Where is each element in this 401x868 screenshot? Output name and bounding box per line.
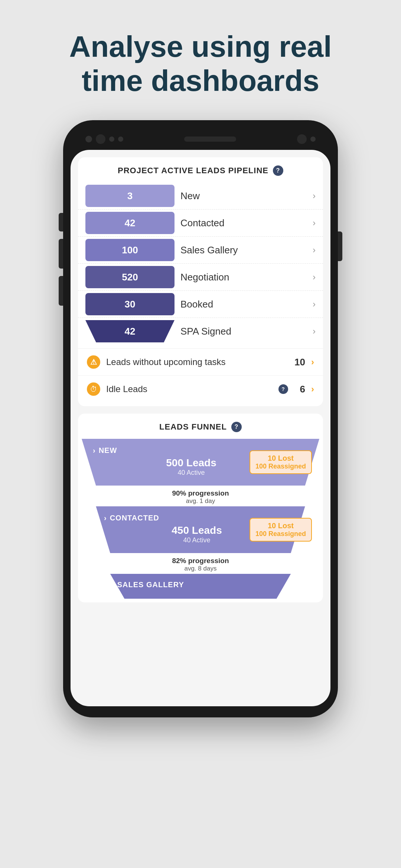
funnel-title: LEADS FUNNEL bbox=[159, 422, 227, 432]
sensor bbox=[310, 137, 316, 142]
chevron-negotiation: › bbox=[313, 272, 316, 282]
funnel-contacted-progression: 82% progression bbox=[78, 557, 323, 565]
funnel-contacted-reassigned: 100 Reassigned bbox=[255, 530, 306, 538]
volume-up-button bbox=[59, 239, 63, 269]
pipeline-label-sales-gallery: Sales Gallery bbox=[180, 244, 307, 256]
selfie-camera bbox=[297, 134, 307, 144]
phone-screen: PROJECT ACTIVE LEADS PIPELINE ? 3 New › … bbox=[71, 150, 330, 706]
idle-leads-help-icon[interactable]: ? bbox=[278, 384, 288, 394]
funnel-stage-contacted: › CONTACTED 450 Leads 40 Active 10 Lost … bbox=[82, 506, 319, 553]
warning-icon: ⚠ bbox=[87, 355, 100, 369]
camera-right bbox=[297, 134, 316, 144]
funnel-help-icon[interactable]: ? bbox=[231, 422, 242, 432]
funnel-card: LEADS FUNNEL ? › NEW 500 Leads 40 Active… bbox=[78, 414, 323, 602]
chevron-booked: › bbox=[313, 299, 316, 309]
pipeline-label-negotiation: Negotiation bbox=[180, 272, 307, 283]
idle-leads-chevron: › bbox=[311, 384, 314, 394]
dot-2 bbox=[109, 137, 114, 142]
chevron-sales-funnel: › bbox=[111, 581, 114, 589]
leads-without-tasks-chevron: › bbox=[311, 357, 314, 367]
dot-3 bbox=[118, 137, 123, 142]
funnel-stage-sales-label: › SALES GALLERY bbox=[111, 581, 290, 589]
chevron-new: › bbox=[313, 191, 316, 201]
funnel-header: LEADS FUNNEL ? bbox=[78, 414, 323, 439]
pipeline-bar-booked: 30 bbox=[85, 293, 175, 315]
chevron-spa-signed: › bbox=[313, 326, 316, 336]
chevron-contacted-funnel: › bbox=[104, 514, 107, 522]
page-title: Analyse using real time dashboards bbox=[40, 0, 362, 120]
pipeline-bar-sales-gallery: 100 bbox=[85, 239, 175, 261]
phone-topbar bbox=[71, 131, 330, 150]
leads-without-tasks-row[interactable]: ⚠ Leads without upcoming tasks 10 › bbox=[78, 348, 323, 376]
pipeline-bar-spa-signed: 42 bbox=[85, 320, 175, 342]
chevron-sales-gallery: › bbox=[313, 245, 316, 255]
pipeline-help-icon[interactable]: ? bbox=[273, 165, 283, 176]
pipeline-label-new: New bbox=[180, 190, 307, 202]
idle-leads-count: 6 bbox=[300, 384, 305, 395]
volume-down-button bbox=[59, 276, 63, 306]
funnel-contacted-progression-row: 82% progression avg. 8 days bbox=[78, 553, 323, 574]
pipeline-bar-new: 3 bbox=[85, 185, 175, 207]
pipeline-header: PROJECT ACTIVE LEADS PIPELINE ? bbox=[78, 157, 323, 183]
funnel-contacted-lost: 10 Lost bbox=[255, 522, 306, 530]
speaker bbox=[184, 137, 236, 142]
dot-1 bbox=[85, 136, 92, 142]
pipeline-row-new[interactable]: 3 New › bbox=[78, 183, 323, 210]
funnel-new-avg: avg. 1 day bbox=[78, 497, 323, 505]
idle-leads-label: Idle Leads bbox=[106, 384, 273, 394]
pipeline-row-spa-signed[interactable]: 42 SPA Signed › bbox=[78, 318, 323, 345]
funnel-new-lost-badge: 10 Lost 100 Reassigned bbox=[250, 450, 312, 474]
pipeline-label-spa-signed: SPA Signed bbox=[180, 326, 307, 337]
power-button bbox=[338, 231, 342, 261]
pipeline-row-contacted[interactable]: 42 Contacted › bbox=[78, 210, 323, 237]
funnel-new-progression-row: 90% progression avg. 1 day bbox=[78, 486, 323, 506]
leads-without-tasks-label: Leads without upcoming tasks bbox=[106, 357, 288, 367]
leads-without-tasks-count: 10 bbox=[294, 356, 305, 368]
pipeline-label-booked: Booked bbox=[180, 299, 307, 310]
funnel-new-reassigned: 100 Reassigned bbox=[255, 463, 306, 470]
pipeline-row-sales-gallery[interactable]: 100 Sales Gallery › bbox=[78, 237, 323, 264]
pipeline-title: PROJECT ACTIVE LEADS PIPELINE bbox=[118, 166, 268, 175]
funnel-new-progression: 90% progression bbox=[78, 489, 323, 497]
chevron-new-funnel: › bbox=[93, 446, 96, 455]
funnel-stage-new: › NEW 500 Leads 40 Active 10 Lost 100 Re… bbox=[82, 439, 319, 486]
idle-leads-row[interactable]: ⏱ Idle Leads ? 6 › bbox=[78, 376, 323, 402]
camera-left bbox=[85, 134, 123, 144]
pipeline-bar-negotiation: 520 bbox=[85, 266, 175, 288]
silent-button bbox=[59, 213, 63, 231]
pipeline-bar-contacted: 42 bbox=[85, 212, 175, 234]
clock-icon: ⏱ bbox=[87, 382, 100, 396]
pipeline-label-contacted: Contacted bbox=[180, 217, 307, 229]
funnel-contacted-lost-badge: 10 Lost 100 Reassigned bbox=[250, 518, 312, 542]
pipeline-card: PROJECT ACTIVE LEADS PIPELINE ? 3 New › … bbox=[78, 157, 323, 406]
front-camera bbox=[96, 134, 105, 144]
funnel-new-lost: 10 Lost bbox=[255, 454, 306, 463]
funnel-contacted-avg: avg. 8 days bbox=[78, 565, 323, 572]
phone-frame: PROJECT ACTIVE LEADS PIPELINE ? 3 New › … bbox=[63, 120, 338, 717]
pipeline-row-negotiation[interactable]: 520 Negotiation › bbox=[78, 264, 323, 291]
funnel-stage-sales: › SALES GALLERY bbox=[82, 574, 319, 599]
chevron-contacted: › bbox=[313, 218, 316, 228]
pipeline-row-booked[interactable]: 30 Booked › bbox=[78, 291, 323, 318]
